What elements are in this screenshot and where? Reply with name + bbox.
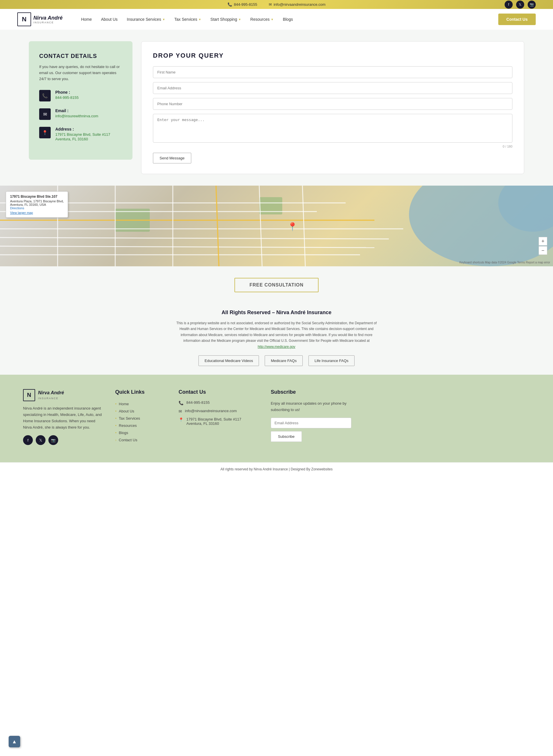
map-view-larger-link[interactable]: View larger map <box>10 211 64 214</box>
map-directions-link[interactable]: Directions <box>10 206 24 210</box>
footer-info-title: All Rights Reserved – Nirva André Insura… <box>23 310 530 316</box>
footer-facebook-icon[interactable]: f <box>23 435 33 445</box>
footer-twitter-icon[interactable]: 𝕏 <box>36 435 46 445</box>
footer-quicklinks-list: • Home • About Us • Tax Services • Resou… <box>115 400 167 443</box>
nav-links: Home About Us Insurance Services ▼ Tax S… <box>77 15 490 24</box>
footer-info-section: All Rights Reserved – Nirva André Insura… <box>0 304 553 375</box>
footer-link-contact[interactable]: › Contact Us <box>115 436 167 443</box>
nav-insurance[interactable]: Insurance Services ▼ <box>123 15 169 24</box>
instagram-icon[interactable]: 📷 <box>528 1 536 9</box>
medicare-link[interactable]: http://www.medicare.gov <box>258 345 296 349</box>
map-pin[interactable]: 📍 <box>288 222 298 231</box>
footer-link-blogs[interactable]: • Blogs <box>115 429 167 436</box>
email-address: info@nirvaandreinsurance.com <box>273 2 325 7</box>
address-text: Address : 17971 Biscayne Blvd, Suite #11… <box>55 127 110 141</box>
footer-logo-text: Nirva André INSURANCE <box>38 390 64 400</box>
logo-icon: N <box>17 12 31 26</box>
twitter-icon[interactable]: 𝕏 <box>516 1 524 9</box>
nav-shopping[interactable]: Start Shopping ▼ <box>207 15 245 24</box>
first-name-input[interactable] <box>153 66 512 78</box>
nav-blogs[interactable]: Blogs <box>279 15 297 24</box>
footer-logo-icon: N <box>23 389 35 401</box>
top-bar: 📞 844-995-8155 ✉ info@nirvaandreinsuranc… <box>0 0 553 9</box>
phone-number: 844-995-8155 <box>234 2 257 7</box>
email-text: Email : info@insurewithnirva.com <box>55 109 98 118</box>
send-message-button[interactable]: Send Message <box>153 153 191 163</box>
contact-details-card: CONTACT DETAILS If you have any queries,… <box>29 41 133 160</box>
medicare-videos-button[interactable]: Educational Medicare Videos <box>199 355 259 366</box>
footer-info-links: Educational Medicare Videos Medicare FAQ… <box>23 355 530 366</box>
address-line1: 17971 Biscayne Blvd, Suite #117 <box>55 132 110 137</box>
footer-quicklinks-col: Quick Links • Home • About Us • Tax Serv… <box>115 389 167 445</box>
footer-social-icons: f 𝕏 📷 <box>23 435 104 445</box>
map-zoom-out[interactable]: − <box>539 246 547 255</box>
query-form-card: DROP YOUR QUERY 0 / 180 Send Message <box>141 41 524 174</box>
bottom-bar-text: All rights reserved by Nirva André Insur… <box>220 467 332 471</box>
svg-line-8 <box>0 237 389 239</box>
life-insurance-faqs-button[interactable]: Life Insurance FAQs <box>309 355 354 366</box>
footer-contact-title: Contact Us <box>178 389 259 395</box>
map-controls: + − <box>539 237 547 255</box>
footer-about-text: Nirva André is an independent insurance … <box>23 405 104 431</box>
free-consultation-section: FREE CONSULTATION <box>0 266 553 304</box>
main-footer: N Nirva André INSURANCE Nirva André is a… <box>0 375 553 462</box>
medicare-faqs-button[interactable]: Medicare FAQs <box>265 355 303 366</box>
map-popup: 17971 Biscayne Blvd Ste.107 Aventura Pla… <box>6 191 68 218</box>
footer-subscribe-col: Subscribe Enjoy all insurance updates on… <box>271 389 351 445</box>
nav-contact-button[interactable]: Contact Us <box>498 13 536 25</box>
email-link[interactable]: info@insurewithnirva.com <box>55 114 98 118</box>
address-detail: 📍 Address : 17971 Biscayne Blvd, Suite #… <box>39 127 122 141</box>
phone-icon-box: 📞 <box>39 90 51 101</box>
free-consultation-button[interactable]: FREE CONSULTATION <box>234 278 319 292</box>
svg-line-14 <box>216 186 219 266</box>
phone-input[interactable] <box>153 98 512 110</box>
footer-contact-phone: 📞 844-995-8155 <box>178 400 259 405</box>
navbar: N Nirva André INSURANCE Home About Us In… <box>0 9 553 30</box>
map-credits: Keyboard shortcuts Map data ©2024 Google… <box>459 261 550 264</box>
address-icon-box: 📍 <box>39 127 51 138</box>
nav-about[interactable]: About Us <box>97 15 122 24</box>
facebook-icon[interactable]: f <box>504 1 513 9</box>
email-detail: ✉ Email : info@insurewithnirva.com <box>39 109 122 120</box>
email-icon-box: ✉ <box>39 109 51 120</box>
logo-text: Nirva André INSURANCE <box>33 15 63 24</box>
subscribe-email-input[interactable] <box>271 418 351 428</box>
nav-tax[interactable]: Tax Services ▼ <box>170 15 205 24</box>
phone-link[interactable]: 844-995-8155 <box>55 95 79 100</box>
footer-contact-col: Contact Us 📞 844-995-8155 ✉ info@nirvaan… <box>178 389 259 445</box>
subscribe-button[interactable]: Subscribe <box>271 431 302 442</box>
footer-address-icon: 📍 <box>178 417 183 422</box>
footer-link-resources[interactable]: • Resources <box>115 422 167 429</box>
footer-logo: N Nirva André INSURANCE <box>23 389 104 401</box>
footer-contact-address: 📍 17971 Biscayne Blvd, Suite #117 Aventu… <box>178 417 259 426</box>
contact-details-desc: If you have any queries, do not hesitate… <box>39 64 122 82</box>
footer-quicklinks-title: Quick Links <box>115 389 167 395</box>
map-section[interactable]: 17971 Biscayne Blvd Ste.107 Aventura Pla… <box>0 186 553 266</box>
map-zoom-in[interactable]: + <box>539 237 547 246</box>
nav-resources[interactable]: Resources ▼ <box>246 15 278 24</box>
char-count: 0 / 180 <box>153 145 512 148</box>
footer-about-col: N Nirva André INSURANCE Nirva André is a… <box>23 389 104 445</box>
svg-line-9 <box>0 246 375 248</box>
phone-text: Phone : 844-995-8155 <box>55 90 79 100</box>
nav-home[interactable]: Home <box>77 15 96 24</box>
footer-instagram-icon[interactable]: 📷 <box>49 435 58 445</box>
footer-address-text: 17971 Biscayne Blvd, Suite #117 Aventura… <box>186 417 241 426</box>
footer-email-icon: ✉ <box>178 409 182 414</box>
footer-link-home[interactable]: • Home <box>115 400 167 408</box>
top-bar-contact: 📞 844-995-8155 ✉ info@nirvaandreinsuranc… <box>228 2 325 7</box>
footer-contact-email: ✉ info@nirvaandreinsurance.com <box>178 409 259 414</box>
footer-link-tax[interactable]: • Tax Services <box>115 415 167 422</box>
footer-info-body: This is a proprietary website and is not… <box>176 320 377 350</box>
top-bar-email: ✉ info@nirvaandreinsurance.com <box>269 2 325 7</box>
top-bar-phone: 📞 844-995-8155 <box>228 2 257 7</box>
contact-details-title: CONTACT DETAILS <box>39 53 122 59</box>
phone-detail: 📞 Phone : 844-995-8155 <box>39 90 122 101</box>
footer-link-about[interactable]: • About Us <box>115 408 167 415</box>
email-input[interactable] <box>153 82 512 94</box>
logo[interactable]: N Nirva André INSURANCE <box>17 12 63 26</box>
footer-subscribe-title: Subscribe <box>271 389 351 395</box>
map-popup-title: 17971 Biscayne Blvd Ste.107 <box>10 195 64 199</box>
message-textarea[interactable] <box>153 114 512 143</box>
footer-phone-icon: 📞 <box>178 401 183 405</box>
